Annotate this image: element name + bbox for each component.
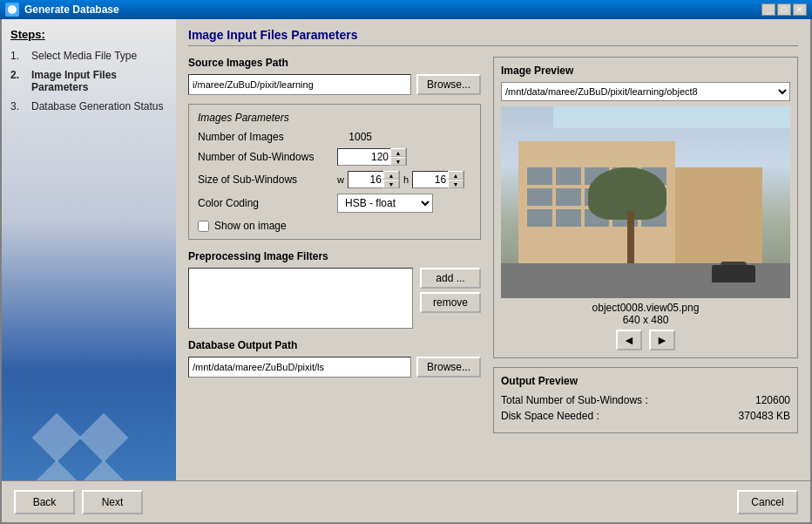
height-input[interactable]	[413, 174, 448, 186]
color-coding-row: Color Coding HSB - float RGB - float Gra…	[198, 194, 471, 213]
image-preview-box: Image Preview /mnt/data/maree/ZuBuD/pixi…	[493, 57, 798, 358]
tree-trunk	[627, 211, 634, 263]
w-spin-btns: ▲ ▼	[383, 171, 399, 188]
back-button[interactable]: Back	[14, 490, 75, 514]
two-col-layout: Source Images Path i/maree/ZuBuD/pixit/l…	[188, 57, 798, 433]
num-images-row: Number of Images 1005	[198, 131, 471, 143]
params-box-title: Images Parameters	[198, 112, 471, 124]
preprocessing-section: Preprocessing Image Filters add ... remo…	[188, 250, 481, 329]
size-subwindows-row: Size of Sub-Windows w ▲ ▼ h	[198, 171, 471, 188]
step-1: 1. Select Media File Type	[10, 50, 167, 62]
step-2-num: 2.	[10, 69, 26, 81]
width-input[interactable]	[348, 174, 383, 186]
num-subwindows-row: Number of Sub-Windows ▲ ▼	[198, 148, 471, 166]
step-1-label: Select Media File Type	[31, 50, 137, 62]
steps-list: 1. Select Media File Type 2. Image Input…	[10, 50, 167, 112]
color-coding-select[interactable]: HSB - float RGB - float Grayscale	[337, 194, 433, 213]
road	[501, 263, 790, 298]
disk-space-row: Disk Space Needed : 370483 KB	[501, 410, 790, 422]
image-path-select[interactable]: /mnt/data/maree/ZuBuD/pixit/learning/obj…	[501, 82, 790, 101]
h-spin-btns: ▲ ▼	[448, 171, 464, 188]
glass-roof	[553, 106, 790, 128]
images-params-box: Images Parameters Number of Images 1005 …	[188, 104, 481, 240]
size-subwindows-label: Size of Sub-Windows	[198, 174, 337, 186]
title-bar: Generate Database _ □ ✕	[0, 0, 812, 19]
db-output-label: Database Output Path	[188, 339, 481, 351]
w-spin-down[interactable]: ▼	[383, 180, 399, 188]
color-coding-label: Color Coding	[198, 197, 337, 209]
step-2: 2. Image Input Files Parameters	[10, 69, 167, 93]
spin-buttons: ▲ ▼	[390, 148, 406, 166]
total-subwindows-row: Total Number of Sub-Windows : 120600	[501, 394, 790, 406]
close-button[interactable]: ✕	[793, 3, 807, 16]
main-window: Steps: 1. Select Media File Type 2. Imag…	[0, 19, 812, 524]
num-images-value: 1005	[337, 131, 372, 143]
output-preview-title: Output Preview	[501, 375, 790, 387]
nav-buttons: Back Next	[14, 490, 143, 514]
step-3-label: Database Generation Status	[31, 100, 163, 112]
spin-down-button[interactable]: ▼	[390, 157, 406, 166]
width-spinner[interactable]: ▲ ▼	[348, 171, 400, 188]
image-preview-title: Image Preview	[501, 65, 790, 77]
next-button[interactable]: Next	[82, 490, 143, 514]
filter-area: add ... remove	[188, 268, 481, 329]
show-on-image-row: Show on image	[198, 220, 471, 232]
step-3-num: 3.	[10, 100, 26, 112]
w-spin-up[interactable]: ▲	[383, 171, 399, 180]
db-output-path-row: /mnt/data/maree/ZuBuD/pixit/ls Browse...	[188, 357, 481, 378]
source-browse-button[interactable]: Browse...	[416, 74, 481, 95]
preview-filename: object0008.view05.png	[501, 302, 790, 314]
source-path-row: i/maree/ZuBuD/pixit/learning Browse...	[188, 74, 481, 95]
step-1-num: 1.	[10, 50, 26, 62]
h-spin-up[interactable]: ▲	[448, 171, 464, 180]
num-subwindows-spinner[interactable]: ▲ ▼	[337, 148, 407, 166]
prev-image-button[interactable]: ◄	[616, 330, 642, 350]
right-column: Image Preview /mnt/data/maree/ZuBuD/pixi…	[493, 57, 798, 433]
source-path-input[interactable]: i/maree/ZuBuD/pixit/learning	[188, 74, 411, 95]
window-controls: _ □ ✕	[761, 3, 807, 16]
bottom-bar: Back Next Cancel	[2, 480, 810, 522]
height-spinner[interactable]: ▲ ▼	[412, 171, 464, 188]
remove-filter-button[interactable]: remove	[420, 292, 481, 313]
window-title: Generate Database	[24, 3, 119, 16]
num-subwindows-label: Number of Sub-Windows	[198, 151, 337, 163]
w-label: w	[337, 174, 344, 185]
svg-point-0	[8, 5, 17, 14]
sidebar-title: Steps:	[10, 28, 167, 41]
show-on-image-checkbox[interactable]	[198, 221, 209, 232]
preview-image	[501, 106, 790, 298]
h-label: h	[403, 174, 409, 185]
preview-size: 640 x 480	[501, 314, 790, 326]
app-icon	[5, 3, 19, 17]
total-subwindows-label: Total Number of Sub-Windows :	[501, 394, 648, 406]
show-on-image-label: Show on image	[214, 220, 287, 232]
step-3: 3. Database Generation Status	[10, 100, 167, 112]
spin-up-button[interactable]: ▲	[390, 148, 406, 157]
content-title: Image Input Files Parameters	[188, 28, 798, 46]
h-spin-down[interactable]: ▼	[448, 180, 464, 188]
left-column: Source Images Path i/maree/ZuBuD/pixit/l…	[188, 57, 481, 433]
restore-button[interactable]: □	[777, 3, 791, 16]
wh-row: w ▲ ▼ h	[337, 171, 464, 188]
step-2-label: Image Input Files Parameters	[31, 69, 167, 93]
minimize-button[interactable]: _	[761, 3, 775, 16]
num-images-label: Number of Images	[198, 131, 337, 143]
building-scene	[501, 106, 790, 298]
filter-list[interactable]	[188, 268, 413, 329]
filter-buttons: add ... remove	[420, 268, 481, 313]
content-area: Image Input Files Parameters Source Imag…	[176, 19, 810, 522]
db-output-section: Database Output Path /mnt/data/maree/ZuB…	[188, 339, 481, 378]
disk-space-label: Disk Space Needed :	[501, 410, 599, 422]
num-subwindows-input[interactable]	[338, 151, 390, 163]
db-output-input[interactable]: /mnt/data/maree/ZuBuD/pixit/ls	[188, 357, 411, 378]
building-annex	[675, 167, 762, 263]
source-path-label: Source Images Path	[188, 57, 481, 69]
cancel-button[interactable]: Cancel	[737, 490, 798, 514]
db-output-browse-button[interactable]: Browse...	[416, 357, 481, 378]
total-subwindows-value: 120600	[755, 394, 790, 406]
add-filter-button[interactable]: add ...	[420, 268, 481, 289]
preview-nav: ◄ ►	[501, 330, 790, 350]
preprocessing-label: Preprocessing Image Filters	[188, 250, 481, 262]
output-preview-box: Output Preview Total Number of Sub-Windo…	[493, 367, 798, 433]
next-image-button[interactable]: ►	[649, 330, 675, 350]
